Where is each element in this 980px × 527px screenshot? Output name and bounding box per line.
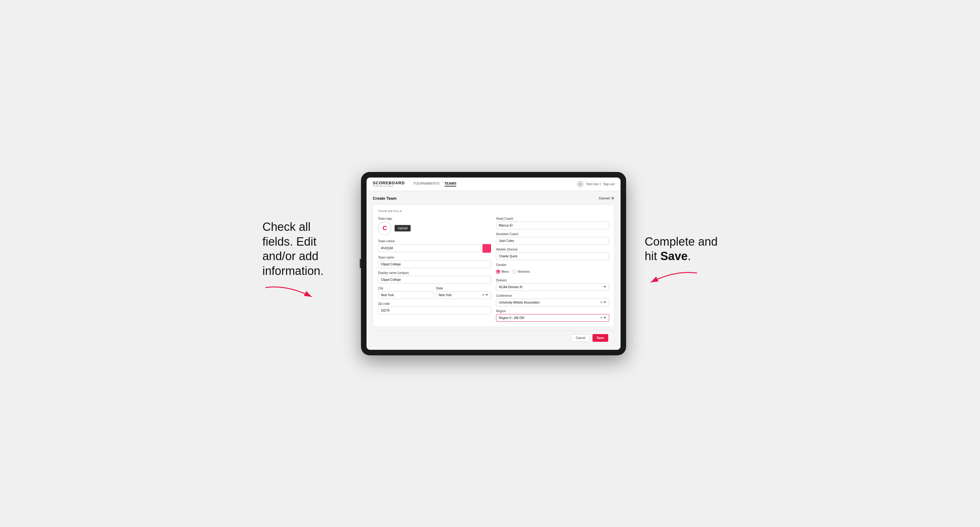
state-label: State xyxy=(436,287,492,290)
tablet-screen: SCOREBOARD Powered by clippd TOURNAMENTS… xyxy=(366,178,620,350)
city-input[interactable] xyxy=(378,291,433,299)
close-icon: ✕ xyxy=(611,196,614,201)
state-clear-button[interactable]: ✕ xyxy=(482,293,485,297)
region-clear-button[interactable]: ✕ xyxy=(600,316,603,320)
gender-womens-option[interactable]: Womens xyxy=(513,270,530,274)
region-select[interactable]: Region II - (M) DIII xyxy=(496,314,609,322)
user-label: Test User | xyxy=(586,183,601,186)
city-group: City xyxy=(378,287,433,299)
right-column: Head Coach Assistant Coach Athletic Dire… xyxy=(496,217,609,322)
region-label: Region xyxy=(496,310,609,313)
team-logo-label: Team logo xyxy=(378,217,491,221)
form-card: TEAM DETAILS Team logo C xyxy=(373,204,614,327)
nav-teams[interactable]: TEAMS xyxy=(444,181,457,186)
cancel-top-button[interactable]: Cancel ✕ xyxy=(599,196,614,201)
athletic-director-input[interactable] xyxy=(496,252,609,260)
zip-group: Zip code xyxy=(378,302,491,314)
team-colour-label: Team colour xyxy=(378,240,491,243)
display-name-input[interactable] xyxy=(378,276,491,284)
user-avatar: U xyxy=(577,181,584,187)
division-select[interactable]: NCAA Division III xyxy=(496,283,609,291)
left-annotation-text: Check all fields. Edit and/or add inform… xyxy=(262,221,324,277)
brand-logo: SCOREBOARD Powered by clippd xyxy=(373,181,405,187)
conference-clear-button[interactable]: ✕ xyxy=(600,300,603,305)
display-name-group: Display name (unique) xyxy=(378,271,491,284)
tablet-frame: SCOREBOARD Powered by clippd TOURNAMENTS… xyxy=(361,172,626,356)
page-header: Create Team Cancel ✕ xyxy=(373,196,614,201)
logo-letter: C xyxy=(383,225,387,232)
nav-right: U Test User | Sign out xyxy=(577,181,614,187)
colour-swatch[interactable] xyxy=(482,244,491,253)
team-name-label: Team name xyxy=(378,256,491,259)
team-logo-group: Team logo C Upload xyxy=(378,217,491,237)
womens-radio-dot xyxy=(513,270,517,274)
nav-tournaments[interactable]: TOURNAMENTS xyxy=(414,181,440,186)
team-name-group: Team name xyxy=(378,256,491,268)
zip-input[interactable] xyxy=(378,306,491,314)
conference-select-wrapper: University Athletic Association ✕ xyxy=(496,298,609,306)
page-title-text: Create Team xyxy=(373,196,396,201)
right-annotation: Complete and hit Save. xyxy=(644,235,718,293)
athletic-director-group: Athletic Director xyxy=(496,248,609,260)
brand-name: SCOREBOARD xyxy=(373,181,405,185)
head-coach-input[interactable] xyxy=(496,222,609,229)
left-annotation: Check all fields. Edit and/or add inform… xyxy=(262,220,342,278)
gender-group: Gender Mens Womens xyxy=(496,263,609,276)
cancel-top-label: Cancel xyxy=(599,196,610,200)
gender-mens-option[interactable]: Mens xyxy=(496,270,509,274)
sign-out-link[interactable]: Sign out xyxy=(603,183,615,186)
gender-label: Gender xyxy=(496,263,609,267)
logo-section: C Upload xyxy=(378,222,491,235)
upload-button[interactable]: Upload xyxy=(395,225,410,232)
team-colour-group: Team colour xyxy=(378,240,491,253)
team-colour-input[interactable] xyxy=(378,244,480,252)
right-annotation-line2: hit xyxy=(644,250,660,263)
region-group: Region Region II - (M) DIII ✕ xyxy=(496,310,609,322)
assistant-coach-group: Assistant Coach xyxy=(496,232,609,245)
womens-label: Womens xyxy=(518,270,530,273)
team-name-input[interactable] xyxy=(378,260,491,268)
mens-label: Mens xyxy=(501,270,509,273)
nav-links: TOURNAMENTS TEAMS xyxy=(414,181,456,186)
colour-input-row xyxy=(378,244,491,253)
right-annotation-end: . xyxy=(688,250,691,263)
assistant-coach-label: Assistant Coach xyxy=(496,232,609,236)
conference-select[interactable]: University Athletic Association xyxy=(496,298,609,306)
tablet-side-button xyxy=(360,259,361,268)
form-footer: Cancel Save xyxy=(373,331,614,345)
state-select-wrapper: New York ✕ xyxy=(436,291,492,299)
division-group: Division NCAA Division III xyxy=(496,279,609,291)
head-coach-label: Head Coach xyxy=(496,217,609,221)
assistant-coach-input[interactable] xyxy=(496,237,609,245)
city-state-row: City State New York xyxy=(378,287,491,299)
state-group: State New York ✕ xyxy=(436,287,492,299)
save-button[interactable]: Save xyxy=(592,334,608,342)
athletic-director-label: Athletic Director xyxy=(496,248,609,251)
conference-label: Conference xyxy=(496,294,609,297)
left-arrow xyxy=(262,281,318,306)
division-label: Division xyxy=(496,279,609,282)
conference-group: Conference University Athletic Associati… xyxy=(496,294,609,306)
zip-label: Zip code xyxy=(378,302,491,305)
team-logo-circle: C xyxy=(378,222,391,235)
right-arrow xyxy=(644,267,700,292)
city-state-group: City State New York xyxy=(378,287,491,299)
mens-radio-dot xyxy=(496,270,500,274)
left-column: Team logo C Upload Team colo xyxy=(378,217,491,322)
cancel-button[interactable]: Cancel xyxy=(571,334,590,342)
main-content: Create Team Cancel ✕ TEAM DETAILS xyxy=(366,191,620,350)
city-label: City xyxy=(378,287,433,290)
right-annotation-line1: Complete and xyxy=(644,235,718,248)
head-coach-group: Head Coach xyxy=(496,217,609,229)
form-grid: Team logo C Upload Team colo xyxy=(378,217,609,322)
display-name-label: Display name (unique) xyxy=(378,271,491,275)
right-annotation-bold: Save xyxy=(660,250,688,263)
region-select-wrapper: Region II - (M) DIII ✕ xyxy=(496,314,609,322)
brand-tagline: Powered by clippd xyxy=(373,185,405,187)
section-title: TEAM DETAILS xyxy=(378,210,609,213)
gender-radio-group: Mens Womens xyxy=(496,268,609,276)
navbar: SCOREBOARD Powered by clippd TOURNAMENTS… xyxy=(366,178,620,191)
